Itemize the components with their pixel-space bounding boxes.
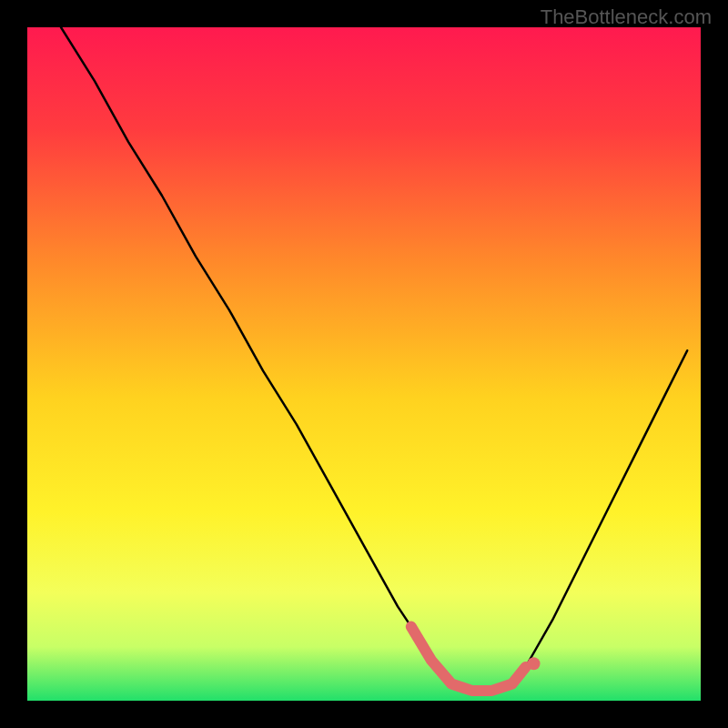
plot-area — [27, 27, 701, 701]
bottleneck-curve — [61, 27, 687, 691]
optimal-highlight-dot — [528, 657, 541, 670]
curve-layer — [27, 27, 701, 701]
watermark-text: TheBottleneck.com — [541, 5, 712, 29]
optimal-highlight — [411, 627, 526, 691]
